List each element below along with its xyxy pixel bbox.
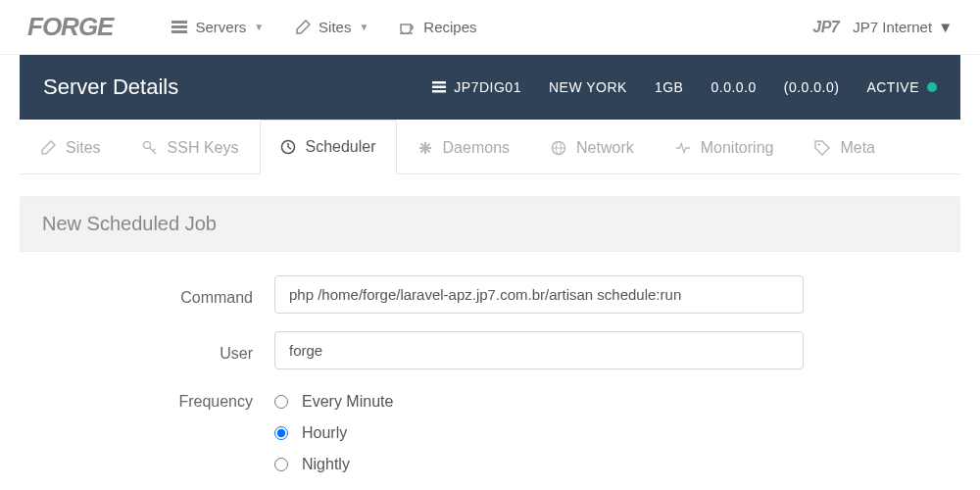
- svg-rect-0: [172, 21, 187, 24]
- nav-recipes[interactable]: Recipes: [400, 19, 476, 35]
- account-dropdown[interactable]: JP7 Internet ▼: [853, 19, 953, 35]
- form-row-user: User: [20, 331, 960, 369]
- tab-network[interactable]: Network: [530, 120, 655, 174]
- server-status: ACTIVE: [866, 79, 937, 95]
- tab-label: Monitoring: [701, 139, 774, 157]
- tab-monitoring[interactable]: Monitoring: [655, 120, 795, 174]
- svg-rect-4: [432, 81, 446, 84]
- radio-every-minute[interactable]: [274, 395, 288, 409]
- globe-icon: [551, 140, 566, 156]
- frequency-option-hourly[interactable]: Hourly: [274, 424, 804, 442]
- frequency-radio-group: Every Minute Hourly Nightly: [274, 387, 804, 473]
- frequency-label: Frequency: [20, 387, 274, 411]
- server-size: 1GB: [655, 79, 684, 95]
- caret-down-icon: ▼: [254, 22, 264, 32]
- user-input[interactable]: [274, 331, 804, 369]
- account-name: JP7 Internet: [853, 19, 932, 35]
- server-icon: [432, 81, 446, 93]
- radio-label: Hourly: [302, 424, 347, 442]
- tab-ssh-keys[interactable]: SSH Keys: [122, 120, 260, 174]
- command-label: Command: [20, 283, 274, 307]
- radio-label: Nightly: [302, 456, 350, 473]
- svg-point-20: [818, 143, 820, 145]
- tab-label: SSH Keys: [168, 139, 239, 157]
- heartbeat-icon: [675, 140, 691, 156]
- panel-title: New Scheduled Job: [20, 196, 960, 252]
- frequency-option-nightly[interactable]: Nightly: [274, 456, 804, 473]
- server-private-ip: (0.0.0.0): [784, 79, 840, 95]
- command-input[interactable]: [274, 275, 804, 314]
- tag-icon: [814, 140, 830, 156]
- server-ip: 0.0.0.0: [710, 79, 756, 95]
- svg-rect-6: [432, 90, 446, 93]
- radio-hourly[interactable]: [274, 426, 288, 440]
- frequency-option-every-minute[interactable]: Every Minute: [274, 393, 804, 411]
- tab-label: Sites: [66, 139, 101, 157]
- tab-label: Network: [576, 139, 634, 157]
- server-header: Server Details JP7DIG01 NEW YORK 1GB 0.0…: [20, 55, 960, 120]
- svg-point-7: [143, 141, 150, 148]
- svg-rect-1: [172, 25, 187, 28]
- page-title: Server Details: [43, 74, 178, 100]
- brand-logo: FORGE: [27, 12, 113, 42]
- clock-icon: [280, 139, 296, 155]
- status-dot-icon: [927, 82, 937, 92]
- tab-label: Meta: [840, 139, 875, 157]
- tab-scheduler[interactable]: Scheduler: [260, 120, 397, 174]
- scheduled-job-form: Command User Frequency Every Minute: [20, 252, 960, 490]
- nav-right: JP7 JP7 Internet ▼: [812, 19, 953, 36]
- asterisk-icon: [417, 140, 433, 156]
- tabs: Sites SSH Keys Scheduler Daemons Network: [20, 120, 960, 174]
- server-icon: [172, 20, 187, 35]
- svg-rect-5: [432, 86, 446, 89]
- nav-servers-label: Servers: [195, 19, 246, 35]
- radio-label: Every Minute: [302, 393, 393, 411]
- account-logo: JP7: [812, 19, 839, 36]
- tab-label: Daemons: [443, 139, 510, 157]
- tab-label: Scheduler: [306, 138, 376, 156]
- svg-line-9: [153, 149, 155, 151]
- user-label: User: [20, 339, 274, 363]
- caret-down-icon: ▼: [359, 22, 368, 32]
- page-wrap: Server Details JP7DIG01 NEW YORK 1GB 0.0…: [0, 55, 980, 490]
- key-icon: [142, 140, 158, 156]
- coffee-icon: [400, 20, 416, 35]
- pencil-icon: [295, 20, 311, 35]
- server-region: NEW YORK: [549, 79, 627, 95]
- tab-daemons[interactable]: Daemons: [397, 120, 530, 174]
- panel: New Scheduled Job Command User Frequency: [20, 174, 960, 490]
- nav-servers[interactable]: Servers ▼: [172, 19, 264, 35]
- tab-meta[interactable]: Meta: [794, 120, 896, 174]
- nav-sites[interactable]: Sites ▼: [295, 19, 368, 35]
- form-row-command: Command: [20, 275, 960, 314]
- nav-items: Servers ▼ Sites ▼ Recipes: [172, 19, 476, 35]
- top-nav: FORGE Servers ▼ Sites ▼ Recipes JP7 JP7 …: [0, 0, 980, 55]
- server-name: JP7DIG01: [432, 79, 521, 95]
- nav-sites-label: Sites: [318, 19, 351, 35]
- tab-sites[interactable]: Sites: [20, 120, 122, 174]
- pencil-icon: [40, 140, 56, 156]
- form-row-frequency: Frequency Every Minute Hourly: [20, 387, 960, 473]
- radio-nightly[interactable]: [274, 458, 288, 471]
- svg-line-12: [288, 147, 291, 149]
- nav-recipes-label: Recipes: [423, 19, 476, 35]
- svg-rect-2: [172, 30, 187, 33]
- server-meta: JP7DIG01 NEW YORK 1GB 0.0.0.0 (0.0.0.0) …: [432, 79, 937, 95]
- caret-down-icon: ▼: [938, 19, 953, 35]
